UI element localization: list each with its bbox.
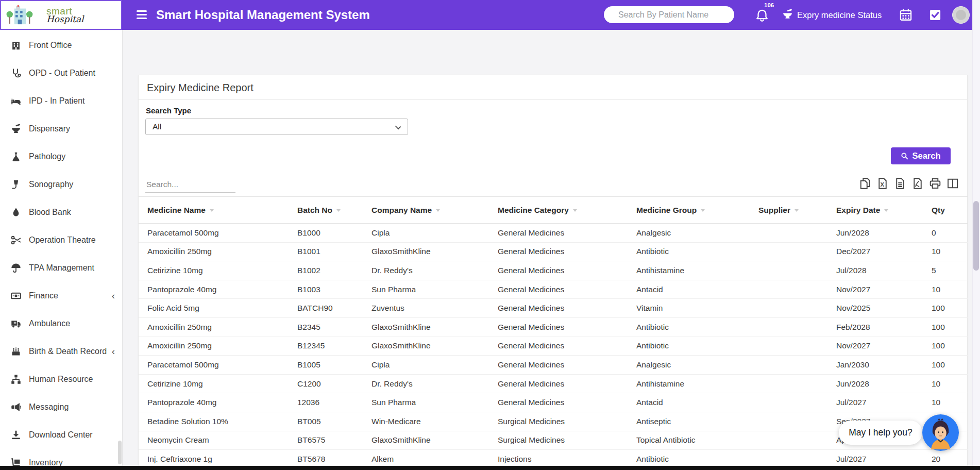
sidebar-item-ipd-in-patient[interactable]: IPD - In Patient	[0, 87, 122, 115]
table-cell: Surgical Medicines	[498, 431, 636, 450]
menu-icon[interactable]	[137, 10, 147, 21]
table-cell: General Medicines	[498, 337, 636, 356]
sidebar-item-label: OPD - Out Patient	[29, 69, 95, 78]
table-cell: Amoxicillin 250mg	[139, 337, 297, 356]
table-cell: Cetirizine 10mg	[139, 261, 297, 280]
bed-icon	[11, 96, 21, 106]
column-header-batch-no[interactable]: Batch No	[297, 197, 371, 224]
table-cell: Jun/2028	[836, 224, 932, 243]
search-type-value: All	[153, 122, 161, 131]
export-csv-icon[interactable]	[894, 177, 906, 190]
export-pdf-icon[interactable]	[911, 177, 924, 190]
export-columns-icon[interactable]	[947, 177, 959, 190]
sidebar-item-opd-out-patient[interactable]: OPD - Out Patient	[0, 59, 122, 87]
table-cell: Jul/2027	[836, 393, 932, 412]
chat-bot-avatar[interactable]	[922, 414, 959, 451]
sidebar-item-label: TPA Management	[29, 263, 94, 273]
table-search-input[interactable]	[145, 178, 235, 193]
table-row: Amoxicillin 250mgB2345GlaxoSmithKlineGen…	[139, 317, 968, 337]
table-cell: Antibiotic	[636, 242, 758, 261]
sidebar-item-download-center[interactable]: Download Center	[0, 421, 122, 449]
building-icon	[11, 40, 21, 51]
table-cell: General Medicines	[498, 393, 636, 412]
sidebar-item-label: Birth & Death Record	[29, 347, 107, 356]
table-cell: Alkem	[371, 450, 498, 467]
sidebar-item-tpa-management[interactable]: TPA Management	[0, 254, 122, 282]
sidebar-item-front-office[interactable]: Front Office	[0, 31, 122, 59]
chat-help-bubble[interactable]: May I help you?	[839, 421, 922, 445]
main-content: Expiry Medicine Report Search Type All S…	[123, 30, 972, 466]
table-cell	[758, 242, 836, 261]
table-row: Cetirizine 10mgC1200Dr. Reddy'sGeneral M…	[139, 374, 968, 393]
sidebar-item-human-resource[interactable]: Human Resource	[0, 365, 122, 393]
sidebar-scrollbar-thumb[interactable]	[118, 441, 122, 464]
notification-count-badge: 106	[764, 2, 774, 8]
export-excel-icon[interactable]: X	[876, 177, 889, 190]
table-row: Pantoprazole 40mgB1003Sun PharmaGeneral …	[139, 280, 968, 299]
sidebar-item-label: Pathology	[29, 152, 65, 161]
table-cell: Jan/2030	[836, 356, 932, 375]
search-type-select[interactable]: All	[145, 119, 408, 135]
sidebar-item-label: Download Center	[29, 430, 93, 440]
sidebar-item-messaging[interactable]: Messaging	[0, 393, 122, 421]
hospital-logo-icon	[6, 5, 33, 25]
sort-caret-icon	[336, 209, 341, 212]
cake-icon	[11, 346, 21, 357]
table-cell	[758, 224, 836, 243]
column-header-expiry-date[interactable]: Expiry Date	[836, 197, 932, 224]
user-avatar[interactable]	[952, 6, 970, 24]
table-cell: 10	[932, 393, 968, 412]
calendar-icon[interactable]	[899, 8, 913, 22]
export-print-icon[interactable]	[929, 177, 941, 190]
app-logo[interactable]: smart Hospital	[0, 0, 122, 30]
table-cell: Paracetamol 500mg	[139, 224, 297, 243]
table-cell: Jun/2028	[836, 374, 932, 393]
column-header-medicine-name[interactable]: Medicine Name	[139, 197, 297, 224]
export-copy-icon[interactable]	[859, 177, 871, 190]
sidebar-item-dispensary[interactable]: Dispensary	[0, 115, 122, 143]
column-header-company-name[interactable]: Company Name	[371, 197, 498, 224]
sidebar-item-pathology[interactable]: Pathology	[0, 143, 122, 171]
search-button[interactable]: Search	[891, 147, 951, 164]
sidebar-item-label: Ambulance	[29, 319, 70, 328]
sidebar-item-operation-theatre[interactable]: Operation Theatre	[0, 226, 122, 254]
table-cell: General Medicines	[498, 261, 636, 280]
table-cell: Nov/2027	[836, 280, 932, 299]
megaphone-icon	[11, 402, 21, 412]
table-filter	[145, 178, 235, 193]
table-cell: General Medicines	[498, 356, 636, 375]
sidebar-item-sonography[interactable]: Sonography	[0, 171, 122, 198]
mortar-icon	[11, 124, 21, 134]
sidebar-item-ambulance[interactable]: Ambulance	[0, 310, 122, 338]
table-cell: GlaxoSmithKline	[371, 317, 498, 337]
expiry-medicine-status-button[interactable]: Expry medicine Status	[782, 0, 882, 30]
table-header-row: Medicine NameBatch NoCompany NameMedicin…	[139, 197, 968, 224]
chat-message: May I help you?	[849, 427, 913, 438]
sidebar-menu: Front OfficeOPD - Out PatientIPD - In Pa…	[0, 31, 122, 470]
sidebar-item-birth-death-record[interactable]: Birth & Death Record‹	[0, 338, 122, 365]
page-scrollbar-thumb[interactable]	[973, 201, 979, 271]
table-cell	[758, 374, 836, 393]
table-cell: Feb/2028	[836, 317, 932, 337]
table-cell: GlaxoSmithKline	[371, 431, 498, 450]
table-cell: BATCH90	[297, 299, 371, 318]
page-scrollbar	[972, 0, 980, 466]
column-header-medicine-group[interactable]: Medicine Group	[636, 197, 758, 224]
table-cell: General Medicines	[498, 242, 636, 261]
sidebar-item-blood-bank[interactable]: Blood Bank	[0, 198, 122, 226]
notifications-bell-icon[interactable]	[755, 9, 769, 22]
download-icon	[11, 430, 21, 440]
column-header-supplier[interactable]: Supplier	[758, 197, 836, 224]
table-cell: General Medicines	[498, 374, 636, 393]
table-cell: Injections	[498, 450, 636, 467]
sidebar-item-finance[interactable]: Finance‹	[0, 282, 122, 310]
table-cell: Pantoprazole 40mg	[139, 280, 297, 299]
report-card: Expiry Medicine Report Search Type All S…	[138, 75, 968, 467]
table-cell: 12036	[297, 393, 371, 412]
table-cell: 100	[932, 356, 968, 375]
column-header-medicine-category[interactable]: Medicine Category	[498, 197, 636, 224]
table-cell: 100	[932, 299, 968, 318]
patient-search-input[interactable]	[604, 6, 734, 23]
sidebar-item-label: Operation Theatre	[29, 236, 96, 245]
task-check-icon[interactable]	[928, 8, 942, 22]
